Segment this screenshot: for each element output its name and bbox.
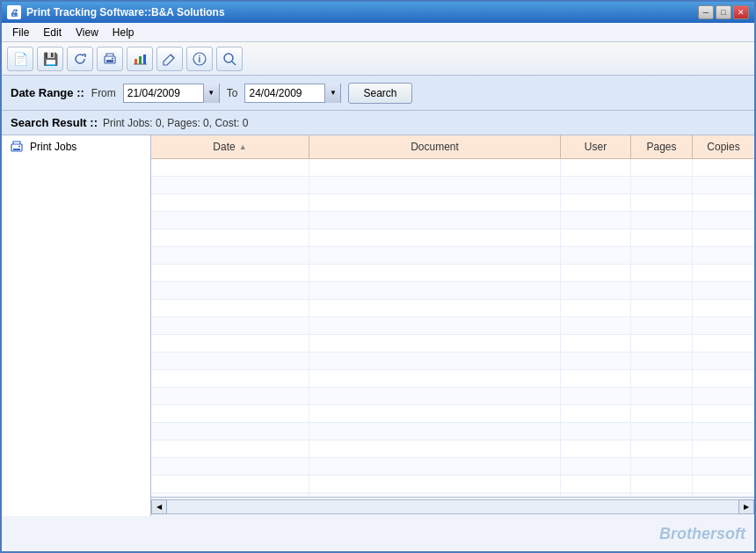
col-header-copies[interactable]: Copies xyxy=(693,135,754,158)
table-row[interactable] xyxy=(151,388,754,405)
table-row[interactable] xyxy=(151,405,754,423)
table-cell xyxy=(631,300,693,317)
main-content: Print Jobs Date ▲ Document User Pages xyxy=(2,135,754,516)
to-date-arrow[interactable]: ▼ xyxy=(324,84,340,103)
table-cell xyxy=(309,177,561,193)
table-row[interactable] xyxy=(151,353,754,370)
window-title: Print Tracking Software::B&A Solutions xyxy=(26,6,225,18)
table-cell xyxy=(693,282,754,299)
search-result-text: Print Jobs: 0, Pages: 0, Cost: 0 xyxy=(103,117,248,129)
table-cell xyxy=(309,458,561,475)
table-cell xyxy=(561,440,631,457)
table-cell xyxy=(151,335,309,352)
from-label: From xyxy=(91,87,116,99)
table-cell xyxy=(631,335,693,352)
table-cell xyxy=(561,458,631,475)
svg-point-13 xyxy=(18,146,20,148)
title-bar-left: 🖨 Print Tracking Software::B&A Solutions xyxy=(7,5,225,19)
table-row[interactable] xyxy=(151,423,754,440)
table-row[interactable] xyxy=(151,194,754,212)
col-header-user[interactable]: User xyxy=(561,135,631,158)
col-header-pages[interactable]: Pages xyxy=(631,135,693,158)
svg-rect-4 xyxy=(139,56,142,64)
sidebar-item-print-jobs[interactable]: Print Jobs xyxy=(2,135,150,158)
table-cell xyxy=(309,265,561,281)
table-cell xyxy=(561,212,631,229)
col-header-document[interactable]: Document xyxy=(309,135,561,158)
menu-file[interactable]: File xyxy=(5,25,36,40)
table-cell xyxy=(561,159,631,176)
watermark-text: Brothersoft xyxy=(659,525,745,543)
col-header-date[interactable]: Date ▲ xyxy=(151,135,309,158)
maximize-button[interactable]: □ xyxy=(716,5,731,19)
new-button[interactable]: 📄 xyxy=(7,47,33,71)
to-date-dropdown[interactable]: 24/04/2009 ▼ xyxy=(244,84,341,103)
scroll-right-button[interactable]: ▶ xyxy=(738,499,754,514)
from-date-arrow[interactable]: ▼ xyxy=(203,84,219,103)
refresh-button[interactable] xyxy=(67,47,93,71)
table-row[interactable] xyxy=(151,300,754,317)
table-cell xyxy=(561,423,631,440)
table-cell xyxy=(151,458,309,475)
table-cell xyxy=(561,247,631,264)
table-cell xyxy=(631,405,693,422)
from-date-dropdown[interactable]: 21/04/2009 ▼ xyxy=(123,84,220,103)
right-panel: Date ▲ Document User Pages Copies xyxy=(151,135,754,516)
table-cell xyxy=(151,282,309,299)
table-cell xyxy=(693,265,754,281)
menu-edit[interactable]: Edit xyxy=(36,25,69,40)
table-cell xyxy=(693,335,754,352)
table-cell xyxy=(631,194,693,211)
svg-line-10 xyxy=(232,62,236,65)
table-cell xyxy=(693,194,754,211)
table-row[interactable] xyxy=(151,476,754,493)
date-range-label: Date Range :: xyxy=(11,86,84,99)
table-cell xyxy=(631,476,693,492)
svg-point-9 xyxy=(224,54,233,62)
scroll-track[interactable] xyxy=(167,499,738,514)
table-cell xyxy=(631,247,693,264)
table-row[interactable] xyxy=(151,335,754,353)
table-row[interactable] xyxy=(151,458,754,476)
table-row[interactable] xyxy=(151,177,754,194)
search-tool-button[interactable] xyxy=(216,47,243,71)
table-cell xyxy=(309,353,561,369)
menu-view[interactable]: View xyxy=(69,25,105,40)
horizontal-scrollbar[interactable]: ◀ ▶ xyxy=(151,497,754,516)
print-button[interactable] xyxy=(97,47,123,71)
table-cell xyxy=(309,212,561,229)
table-cell xyxy=(631,265,693,281)
table-row[interactable] xyxy=(151,159,754,177)
table-row[interactable] xyxy=(151,370,754,388)
table-cell xyxy=(309,388,561,404)
table-cell xyxy=(151,194,309,211)
menu-help[interactable]: Help xyxy=(105,25,142,40)
table-cell xyxy=(561,229,631,246)
table-cell xyxy=(631,317,693,334)
search-button[interactable]: Search xyxy=(348,83,411,104)
table-cell xyxy=(631,212,693,229)
table-cell xyxy=(693,423,754,440)
scroll-left-button[interactable]: ◀ xyxy=(151,499,167,514)
minimize-button[interactable]: ─ xyxy=(698,5,714,19)
watermark-area: Brothersoft xyxy=(2,516,754,551)
chart-button[interactable] xyxy=(127,47,153,71)
table-row[interactable] xyxy=(151,317,754,335)
table-row[interactable] xyxy=(151,212,754,229)
table-row[interactable] xyxy=(151,247,754,265)
table-cell xyxy=(693,440,754,457)
table-cell xyxy=(151,370,309,387)
table-header: Date ▲ Document User Pages Copies xyxy=(151,135,754,159)
table-row[interactable] xyxy=(151,229,754,247)
save-button[interactable]: 💾 xyxy=(37,47,63,71)
edit-button[interactable] xyxy=(156,47,183,71)
svg-rect-3 xyxy=(134,59,137,64)
window-icon: 🖨 xyxy=(7,5,21,19)
table-cell xyxy=(693,212,754,229)
table-row[interactable] xyxy=(151,265,754,282)
table-row[interactable] xyxy=(151,440,754,458)
close-button[interactable]: ✕ xyxy=(733,5,749,19)
table-row[interactable] xyxy=(151,282,754,300)
table-cell xyxy=(309,405,561,422)
info-button[interactable]: i xyxy=(186,47,213,71)
